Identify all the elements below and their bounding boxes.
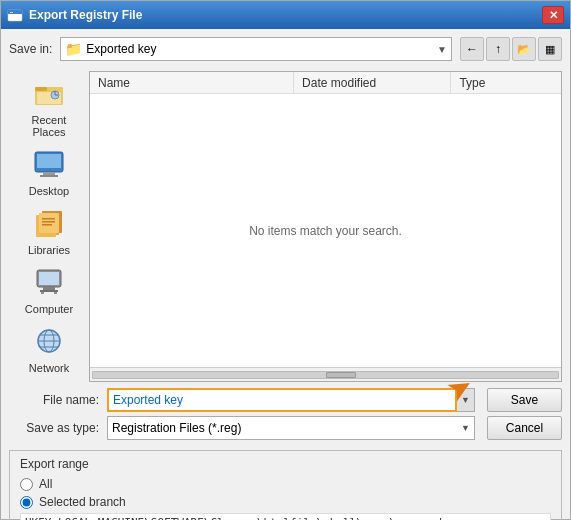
back-button[interactable]: ← [460,37,484,61]
desktop-icon [33,150,65,183]
sidebar-item-computer[interactable]: Computer [13,264,85,319]
recent-places-icon [33,79,65,112]
save-in-row: Save in: 📁 Exported key ▼ ← ↑ 📂 ▦ [9,37,562,61]
dialog-icon [7,7,23,23]
svg-rect-17 [42,218,55,220]
svg-rect-19 [42,224,52,226]
file-name-value: Exported key [113,393,183,407]
save-as-value: Registration Files (*.reg) [112,421,457,435]
selected-radio-row: Selected branch [20,495,551,509]
svg-rect-22 [43,287,55,290]
export-range-title: Export range [20,457,551,471]
sidebar-item-label: Libraries [28,244,70,256]
export-range-section: Export range All Selected branch HKEY_LO… [9,450,562,520]
sidebar-item-label: Recent Places [19,114,79,138]
all-radio[interactable] [20,478,33,491]
svg-rect-10 [37,154,61,168]
sidebar-item-network[interactable]: Network [13,323,85,378]
horizontal-scrollbar[interactable] [90,367,561,381]
save-in-dropdown[interactable]: 📁 Exported key ▼ [60,37,452,61]
save-in-label: Save in: [9,42,52,56]
dialog-body: Save in: 📁 Exported key ▼ ← ↑ 📂 ▦ [1,29,570,520]
save-in-value: Exported key [86,42,433,56]
sidebar-item-label: Network [29,362,69,374]
col-type-header[interactable]: Type [451,72,561,93]
main-area: Recent Places Desktop [9,71,562,382]
up-button[interactable]: ↑ [486,37,510,61]
svg-rect-4 [35,87,47,91]
toolbar-icons: ← ↑ 📂 ▦ [460,37,562,61]
export-registry-dialog: Export Registry File ✕ Save in: 📁 Export… [0,0,571,520]
save-in-folder-icon: 📁 [65,41,82,57]
svg-rect-12 [40,175,58,177]
up-icon: ↑ [495,42,501,56]
views-icon: ▦ [545,43,555,56]
cancel-button[interactable]: Cancel [487,416,562,440]
sidebar-item-recent-places[interactable]: Recent Places [13,75,85,142]
chevron-down-icon: ▼ [437,44,447,55]
fields-area: File name: Exported key ▼ Save as type: … [9,388,475,440]
save-as-select[interactable]: Registration Files (*.reg) ▼ [107,416,475,440]
sidebar: Recent Places Desktop [9,71,89,382]
views-button[interactable]: ▦ [538,37,562,61]
file-empty-message: No items match your search. [90,94,561,367]
file-name-input[interactable]: Exported key [107,388,457,412]
sidebar-item-label: Desktop [29,185,69,197]
col-date-header[interactable]: Date modified [294,72,451,93]
file-header: Name Date modified Type [90,72,561,94]
select-arrow-icon: ▼ [461,423,470,433]
svg-rect-25 [54,292,57,294]
sidebar-item-libraries[interactable]: Libraries [13,205,85,260]
sidebar-item-desktop[interactable]: Desktop [13,146,85,201]
title-bar-left: Export Registry File [7,7,142,23]
svg-rect-18 [42,221,55,223]
file-name-row: File name: Exported key ▼ [9,388,475,412]
sidebar-item-label: Computer [25,303,73,315]
save-button[interactable]: Save [487,388,562,412]
new-folder-button[interactable]: 📂 [512,37,536,61]
svg-rect-2 [10,12,13,13]
scrollbar-track[interactable] [92,371,559,379]
libraries-icon [33,209,65,242]
network-icon [33,327,65,360]
action-buttons: ➤ Save Cancel [487,388,562,440]
back-icon: ← [466,42,478,56]
close-button[interactable]: ✕ [542,6,564,24]
file-name-input-container: Exported key ▼ [107,388,475,412]
selected-branch-radio[interactable] [20,496,33,509]
all-radio-label: All [39,477,52,491]
new-folder-icon: 📂 [517,43,531,56]
svg-rect-16 [39,213,59,233]
svg-rect-21 [39,272,59,285]
file-area: Name Date modified Type No items match y… [89,71,562,382]
save-as-label: Save as type: [9,421,99,435]
svg-rect-24 [41,292,44,294]
computer-icon [33,268,65,301]
save-as-container: Registration Files (*.reg) ▼ [107,416,475,440]
svg-rect-23 [40,290,58,292]
branch-value: HKEY_LOCAL_MACHINE\SOFTWARE\Classes\html… [20,513,551,520]
col-name-header[interactable]: Name [90,72,294,93]
scrollbar-thumb[interactable] [326,372,356,378]
bottom-section: File name: Exported key ▼ Save as type: … [9,388,562,440]
file-name-label: File name: [9,393,99,407]
window-title: Export Registry File [29,8,142,22]
svg-rect-11 [43,172,55,175]
all-radio-row: All [20,477,551,491]
selected-radio-label: Selected branch [39,495,126,509]
file-name-dropdown-arrow[interactable]: ▼ [457,388,475,412]
save-as-row: Save as type: Registration Files (*.reg)… [9,416,475,440]
title-bar: Export Registry File ✕ [1,1,570,29]
